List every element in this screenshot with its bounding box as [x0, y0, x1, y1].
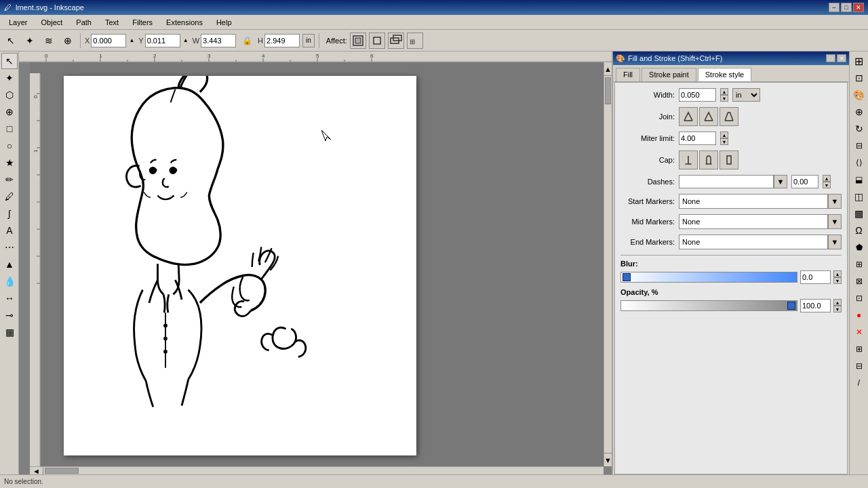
dashes-offset-down[interactable]: ▼ — [823, 182, 831, 188]
menu-path[interactable]: Path — [70, 16, 98, 28]
maximize-button[interactable]: □ — [841, 3, 852, 12]
scroll-down-button[interactable]: ▼ — [604, 453, 612, 466]
width-up[interactable]: ▲ — [720, 88, 728, 95]
fill-tool[interactable]: ▲ — [1, 256, 18, 272]
snap-nodes-tool[interactable]: ⊞ — [851, 256, 867, 272]
scroll-thumb-v[interactable] — [605, 77, 612, 104]
start-markers-input[interactable] — [679, 194, 828, 209]
tweak-tool-button[interactable]: ≋ — [41, 33, 57, 49]
opacity-value-input[interactable] — [800, 299, 831, 312]
unit-select[interactable]: in — [302, 34, 315, 47]
node-tool[interactable]: ✦ — [1, 70, 18, 86]
zoom-tool-button[interactable]: ⊕ — [60, 33, 76, 49]
canvas-area[interactable]: 0 1 2 3 4 5 — [19, 52, 612, 474]
transform-tool[interactable]: ↻ — [851, 121, 867, 137]
menu-object[interactable]: Object — [35, 16, 69, 28]
eraser-tool[interactable]: ✕ — [851, 324, 867, 340]
join-miter-button[interactable] — [679, 107, 698, 126]
pencil-tool[interactable]: ✏ — [1, 171, 18, 188]
miter-input[interactable] — [679, 131, 716, 145]
opacity-down[interactable]: ▼ — [833, 306, 842, 312]
paint-server-tool[interactable]: ⬟ — [851, 239, 867, 256]
start-markers-dropdown[interactable]: ▼ — [828, 194, 842, 209]
eyedrop-tool[interactable]: 💧 — [1, 273, 18, 289]
lines-tool[interactable]: / — [851, 375, 867, 391]
panel-detach-button[interactable]: □ — [826, 54, 835, 62]
x-spinner-up[interactable]: ▲ — [127, 33, 136, 49]
vertical-scrollbar[interactable]: ▲ ▼ — [604, 62, 612, 466]
width-unit-select[interactable]: in px mm pt — [732, 88, 760, 102]
dashes-dropdown-button[interactable]: ▼ — [774, 175, 787, 188]
guides-tool[interactable]: ⊟ — [851, 358, 867, 374]
cap-butt-button[interactable] — [679, 150, 698, 169]
y-spinner-up[interactable]: ▲ — [182, 33, 190, 49]
w-input[interactable] — [201, 34, 236, 47]
blur-value-input[interactable] — [800, 270, 831, 284]
opacity-slider-track[interactable] — [620, 300, 797, 311]
navigator-tool[interactable]: ⊡ — [851, 70, 867, 86]
rubber-tool[interactable]: ⬡ — [1, 87, 18, 103]
affect-vis-button[interactable] — [369, 33, 385, 49]
join-round-button[interactable] — [699, 107, 718, 126]
x-input[interactable] — [91, 34, 126, 47]
pages-tool[interactable]: ⊞ — [851, 53, 867, 69]
y-input[interactable] — [145, 34, 180, 47]
panel-close-button[interactable]: ✕ — [837, 54, 846, 62]
width-down[interactable]: ▼ — [720, 95, 728, 102]
arrow-tool[interactable]: ↖ — [1, 53, 18, 69]
join-bevel-button[interactable] — [719, 107, 738, 126]
miter-up[interactable]: ▲ — [720, 131, 728, 138]
blur-down[interactable]: ▼ — [833, 277, 842, 284]
align-tool[interactable]: ⊟ — [851, 138, 867, 154]
tab-stroke-style[interactable]: Stroke style — [698, 68, 751, 81]
lock-proportions-button[interactable]: 🔒 — [239, 33, 255, 49]
horizontal-scrollbar[interactable]: ◄ — [30, 466, 604, 474]
grid-tool[interactable]: ⊞ — [851, 341, 867, 357]
node-tool-button[interactable]: ✦ — [22, 33, 38, 49]
blur-slider-track[interactable] — [620, 272, 797, 283]
circle-tool[interactable]: ○ — [1, 138, 18, 154]
color-picker-tool[interactable]: ● — [851, 307, 867, 323]
end-markers-dropdown[interactable]: ▼ — [828, 235, 842, 249]
mid-markers-input[interactable] — [679, 214, 828, 229]
minimize-button[interactable]: – — [829, 3, 840, 12]
snap-tool[interactable]: ⊕ — [851, 104, 867, 120]
opacity-up[interactable]: ▲ — [833, 299, 842, 306]
swatches-tool[interactable]: ▩ — [851, 205, 867, 222]
scroll-left-button[interactable]: ◄ — [30, 467, 43, 474]
cap-square-button[interactable] — [719, 150, 738, 169]
blur-slider-thumb[interactable] — [623, 273, 631, 281]
palette-tool[interactable]: 🎨 — [851, 87, 867, 103]
connector-tool[interactable]: ⊸ — [1, 307, 18, 323]
cap-round-button[interactable] — [699, 150, 718, 169]
dashes-pattern-input[interactable] — [679, 175, 774, 188]
objects-tool[interactable]: ◫ — [851, 188, 867, 205]
zoom-tool[interactable]: ⊕ — [1, 104, 18, 120]
tab-fill[interactable]: Fill — [616, 68, 640, 81]
spray-tool[interactable]: ⋯ — [1, 239, 18, 256]
snap-page-tool[interactable]: ⊡ — [851, 290, 867, 306]
blur-up[interactable]: ▲ — [833, 270, 842, 277]
dashes-offset-input[interactable] — [791, 175, 818, 188]
end-markers-input[interactable] — [679, 235, 828, 249]
text-tool[interactable]: A — [1, 222, 18, 239]
menu-layer[interactable]: Layer — [3, 16, 34, 28]
tab-stroke-paint[interactable]: Stroke paint — [642, 68, 696, 81]
affect-geo-button[interactable] — [350, 33, 366, 49]
rect-tool[interactable]: □ — [1, 121, 18, 137]
mid-markers-dropdown[interactable]: ▼ — [828, 214, 842, 229]
symbols-tool[interactable]: Ω — [851, 222, 867, 239]
snap-bbox-tool[interactable]: ⊠ — [851, 273, 867, 289]
opacity-slider-thumb[interactable] — [787, 302, 795, 310]
menu-filters[interactable]: Filters — [126, 16, 159, 28]
miter-down[interactable]: ▼ — [720, 138, 728, 145]
affect-both-button[interactable] — [388, 33, 404, 49]
dashes-offset-up[interactable]: ▲ — [823, 175, 831, 182]
gradient-tool[interactable]: ▦ — [1, 324, 18, 340]
scroll-thumb-h[interactable] — [45, 468, 79, 474]
xml-tool[interactable]: ⟨⟩ — [851, 155, 867, 171]
canvas-viewport[interactable]: 0 1 — [30, 62, 604, 466]
affect-transform-button[interactable]: ⊞ — [407, 33, 423, 49]
menu-help[interactable]: Help — [210, 16, 238, 28]
h-input[interactable] — [264, 34, 300, 47]
